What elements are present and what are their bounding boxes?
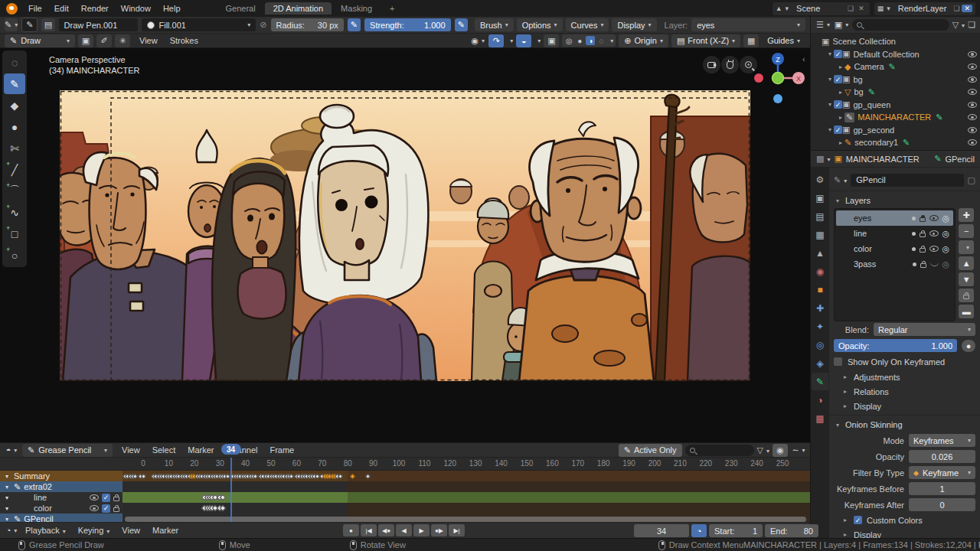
onion-display-subpanel[interactable]: ▸Display bbox=[834, 527, 975, 538]
grid-icon[interactable]: ▦ bbox=[743, 34, 759, 47]
expand-icon[interactable]: ▾ bbox=[3, 494, 11, 501]
circle-tool[interactable]: ○+ bbox=[4, 245, 25, 266]
workspace-tab-general[interactable]: General bbox=[217, 2, 264, 15]
horizontal-scrollbar[interactable] bbox=[125, 517, 806, 522]
menu-marker[interactable]: Marker bbox=[146, 526, 185, 535]
view-layer-selector[interactable]: ▦ ▾ RenderLayer ❏ ✕ bbox=[874, 2, 975, 15]
radius-slider[interactable]: Radius:30 px bbox=[271, 18, 344, 31]
onion-filter-dropdown[interactable]: ◆Keyframe▾ bbox=[909, 466, 975, 479]
viewport[interactable]: Camera Perspective (34) MAINCHARACTER ◌✎… bbox=[0, 48, 810, 442]
lock-icon[interactable] bbox=[920, 248, 926, 253]
workspace-tab-masking[interactable]: Masking bbox=[332, 2, 381, 15]
snap-icon[interactable]: ✳ bbox=[115, 34, 130, 47]
properties-tab-tool[interactable]: ⚙ bbox=[812, 171, 828, 188]
scene-selector[interactable]: ▲ ▾ Scene ❏ ✕ bbox=[773, 2, 870, 15]
menu-select[interactable]: Select bbox=[146, 445, 182, 455]
shading-material-icon[interactable]: ◑ bbox=[586, 36, 595, 45]
menu-display[interactable]: Display▾ bbox=[612, 18, 656, 31]
prev-keyframe-button[interactable]: ◀● bbox=[378, 524, 394, 536]
move-layer-up-button[interactable]: ▲ bbox=[959, 256, 974, 270]
record-button[interactable]: ● bbox=[343, 524, 359, 536]
custom-colors-subpanel[interactable]: ▸✓ Custom Colors bbox=[834, 513, 975, 527]
editor-type-icon[interactable]: ◓▾ bbox=[4, 444, 19, 457]
curve-tool[interactable]: ∿+ bbox=[4, 202, 25, 223]
strength-pressure-toggle[interactable]: ✎ bbox=[455, 18, 468, 31]
eye-icon[interactable] bbox=[929, 246, 939, 252]
jump-end-button[interactable]: ▶| bbox=[449, 524, 465, 536]
collapse-icon[interactable]: ▸ bbox=[837, 64, 844, 70]
onion-mode-dropdown[interactable]: Keyframes▾ bbox=[909, 434, 975, 447]
jump-start-button[interactable]: |◀ bbox=[361, 524, 377, 536]
axis-navigation-gizmo[interactable]: Z X bbox=[751, 50, 806, 105]
onion-skin-icon[interactable]: ◎ bbox=[942, 244, 950, 254]
display-mode-icon[interactable]: ▣▾ bbox=[834, 18, 849, 31]
shading-rendered-icon[interactable]: ◌ bbox=[596, 36, 606, 45]
properties-tab-render[interactable]: ▣ bbox=[812, 189, 828, 207]
current-frame-field[interactable]: 34 bbox=[634, 524, 689, 537]
proportional-edit-icon[interactable]: ◉ bbox=[773, 444, 788, 457]
outliner-row[interactable]: ▾✓▣gp_queen bbox=[811, 99, 980, 112]
eye-icon[interactable] bbox=[90, 494, 99, 500]
move-layer-down-button[interactable]: ▼ bbox=[959, 272, 974, 286]
shading-wireframe-icon[interactable]: ◎ bbox=[564, 36, 573, 45]
current-frame-line[interactable] bbox=[230, 458, 232, 523]
multiframe-icon[interactable]: ▣ bbox=[78, 34, 93, 47]
guides-dropdown[interactable]: Guides▾ bbox=[762, 34, 805, 47]
eye-icon[interactable] bbox=[968, 114, 977, 120]
unlink-icon[interactable]: ⊘ bbox=[260, 20, 266, 30]
eye-icon[interactable] bbox=[968, 102, 977, 108]
layer-specials-button[interactable]: ▾ bbox=[959, 240, 974, 254]
copy-icon[interactable]: ❏ bbox=[951, 5, 962, 12]
view-layer-name[interactable]: RenderLayer bbox=[893, 4, 952, 13]
eye-icon[interactable] bbox=[968, 139, 977, 145]
outliner-row[interactable]: ▸✎MAINCHARACTER✎ bbox=[811, 111, 980, 124]
lock-icon[interactable] bbox=[920, 263, 926, 268]
menu-render[interactable]: Render bbox=[75, 4, 115, 13]
expand-icon[interactable]: ▾ bbox=[3, 484, 11, 491]
origin-dropdown[interactable]: ⊕Origin▾ bbox=[619, 34, 668, 47]
breadcrumb-data[interactable]: GPencil bbox=[945, 155, 975, 164]
fcurve-interpolation-icon[interactable]: ∼▾ bbox=[791, 444, 806, 457]
outliner-row[interactable]: ▸▽bg✎ bbox=[811, 86, 980, 99]
expand-icon[interactable]: ▾ bbox=[826, 126, 834, 133]
active-brush-icon[interactable]: ✎ bbox=[21, 18, 38, 32]
panel-display[interactable]: ▸Display bbox=[834, 399, 975, 413]
add-layer-button[interactable]: ✚ bbox=[959, 208, 974, 222]
panel-relations[interactable]: ▸Relations bbox=[834, 384, 975, 399]
copy-icon[interactable]: ❏ bbox=[845, 5, 856, 12]
workspace-tab-2d-animation[interactable]: 2D Animation bbox=[265, 2, 332, 15]
panel-adjustments[interactable]: ▸Adjustments bbox=[834, 370, 975, 384]
end-frame-field[interactable]: End:80 bbox=[765, 524, 818, 537]
properties-tab-view-layer[interactable]: ▦ bbox=[812, 226, 828, 243]
region-collapse-icon[interactable]: ‹ bbox=[802, 54, 805, 64]
cursor-tool[interactable]: ◌ bbox=[4, 52, 25, 73]
close-icon[interactable]: ✕ bbox=[856, 5, 867, 12]
eye-icon[interactable] bbox=[968, 89, 977, 95]
expand-icon[interactable]: ▾ bbox=[826, 51, 834, 57]
editor-type-icon[interactable]: ◔▾ bbox=[4, 524, 19, 537]
arc-tool[interactable]: ⌒+ bbox=[4, 181, 25, 201]
menu-view[interactable]: View bbox=[116, 526, 146, 535]
menu-edit[interactable]: Edit bbox=[48, 4, 75, 13]
next-keyframe-button[interactable]: ●▶ bbox=[431, 524, 447, 536]
gpencil-layer-row[interactable]: color◎ bbox=[836, 241, 953, 256]
properties-tab-modifiers[interactable]: ✚ bbox=[812, 299, 828, 317]
cutter-tool[interactable]: ✄ bbox=[4, 138, 25, 158]
new-collection-icon[interactable]: ❏ bbox=[968, 20, 975, 30]
properties-tab-physics[interactable]: ◎ bbox=[812, 336, 828, 354]
brush-name-field[interactable]: Draw Pen.001 bbox=[59, 18, 139, 31]
brush-preview-icon[interactable]: ▤ bbox=[41, 18, 54, 31]
lock-icon[interactable] bbox=[113, 497, 119, 501]
select-visibility-icon[interactable]: ◉▾ bbox=[470, 34, 485, 47]
outliner-row-root[interactable]: ▣Scene Collection bbox=[811, 35, 980, 48]
menu-view[interactable]: View bbox=[133, 36, 164, 45]
box-tool[interactable]: □+ bbox=[4, 223, 25, 244]
radius-pressure-toggle[interactable]: ✎ bbox=[348, 18, 361, 31]
eye-closed-icon[interactable] bbox=[930, 262, 939, 266]
properties-tab-world[interactable]: ◉ bbox=[812, 262, 828, 280]
remove-layer-button[interactable]: − bbox=[959, 224, 974, 238]
workspace-tab-+[interactable]: + bbox=[381, 2, 403, 15]
lock-icon[interactable] bbox=[920, 217, 926, 222]
blender-logo-icon[interactable] bbox=[6, 3, 18, 15]
orientation-dropdown[interactable]: ▤Front (X-Z)▾ bbox=[671, 34, 740, 47]
